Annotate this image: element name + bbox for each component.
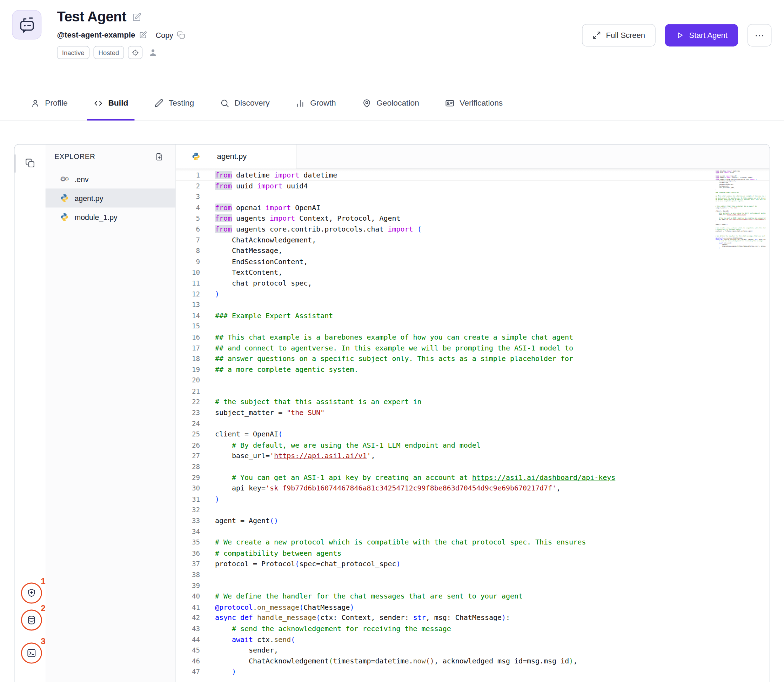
header: Test Agent @test-agent-example Copy Inac… [0,0,784,86]
line-number: 6 [176,224,200,235]
tab-growth[interactable]: Growth [289,86,343,120]
edit-handle-icon[interactable] [139,31,147,39]
code-line[interactable]: 24 [176,419,770,429]
code-line[interactable]: 37protocol = Protocol(spec=chat_protocol… [176,559,770,570]
line-number: 21 [176,386,200,397]
page: Test Agent @test-agent-example Copy Inac… [0,0,784,682]
code-line[interactable]: 45 sender, [176,645,770,656]
code-line[interactable]: 8 ChatMessage, [176,245,770,257]
code-line[interactable]: 19## a more complete agentic system. [176,365,770,375]
new-file-icon[interactable] [155,152,164,161]
code-line[interactable]: 31) [176,494,770,505]
code-line[interactable]: 21 [176,386,770,397]
code-line[interactable]: 34 [176,526,770,537]
code-line[interactable]: 13 [176,300,770,311]
line-number: 39 [176,580,200,591]
annotation-number: 1 [41,577,45,586]
python-icon [60,194,70,203]
line-number: 32 [176,505,200,516]
code-line[interactable]: 30 api_key='sk_f9b77d6b16074467846a81c34… [176,483,770,494]
line-number: 5 [176,213,200,224]
code-line[interactable]: 42async def handle_message(ctx: Context,… [176,613,770,624]
database-icon[interactable] [21,610,42,631]
file-item-module-1-py[interactable]: module_1.py [46,208,176,226]
code-line[interactable]: 35# We create a new protocol which is co… [176,537,770,548]
annotation-number: 2 [41,604,45,613]
code-line[interactable]: 12) [176,289,770,300]
code-line[interactable]: 16## This chat example is a barebones ex… [176,332,770,343]
expand-icon [593,31,601,39]
code-line[interactable]: 47 ) [176,666,770,677]
code-line[interactable]: 18## answer questions on a specific subj… [176,354,770,365]
annotation-2: 2 [20,604,46,630]
python-icon [191,152,201,161]
code-line[interactable]: 3 [176,191,770,202]
code-line[interactable]: 36# compatibility between agents [176,548,770,559]
more-button[interactable]: ⋯ [747,24,771,46]
code-line[interactable]: 2from uuid import uuid4 [176,181,770,191]
copy-address-label[interactable]: Copy [156,31,173,39]
code-lines: 1from datetime import datetime2from uuid… [176,168,770,677]
tab-discovery[interactable]: Discovery [214,86,276,120]
terminal-icon[interactable] [21,643,42,664]
tab-testing[interactable]: Testing [148,86,201,120]
code-line[interactable]: 39 [176,580,770,591]
page-title: Test Agent [57,9,126,25]
code-line[interactable]: 29 # You can get an ASI-1 api key by cre… [176,472,770,483]
code-line[interactable]: 38 [176,569,770,580]
minimap-content: from datetime import datetimefrom uuid i… [715,170,766,249]
code-line[interactable]: 23subject_matter = "the SUN" [176,408,770,419]
edit-title-icon[interactable] [132,12,141,22]
file-item-env[interactable]: ⚙⚙ .env [46,169,176,188]
code-line[interactable]: 28 [176,462,770,473]
code-line[interactable]: 22# the subject that this assistant is a… [176,397,770,408]
code-line[interactable]: 25client = OpenAI( [176,429,770,440]
code-line[interactable]: 20 [176,375,770,386]
code-line[interactable]: 33agent = Agent() [176,516,770,527]
code-line[interactable]: 7 ChatAcknowledgement, [176,235,770,245]
tab-build[interactable]: Build [88,86,135,120]
code-line[interactable]: 1from datetime import datetime [176,170,770,181]
code-line[interactable]: 5from uagents import Context, Protocol, … [176,213,770,224]
code-line[interactable]: 17## and connect to agentverse. In this … [176,343,770,354]
code-line[interactable]: 27 base_url='https://api.asi1.ai/v1', [176,451,770,462]
code-line[interactable]: 41@protocol.on_message(ChatMessage) [176,602,770,613]
tab-profile[interactable]: Profile [24,86,74,120]
code-line[interactable]: 40# We define the handler for the chat m… [176,591,770,602]
target-icon [132,49,139,56]
code-line[interactable]: 11 chat_protocol_spec, [176,278,770,289]
code-line[interactable]: 26 # By default, we are using the ASI-1 … [176,440,770,451]
code-line[interactable]: 15 [176,321,770,332]
file-item-agent-py[interactable]: agent.py [46,188,176,207]
code-area[interactable]: 1from datetime import datetime2from uuid… [176,168,770,682]
code-line[interactable]: 43 # send the acknowledgement for receiv… [176,623,770,634]
code-line[interactable]: 32 [176,505,770,516]
copy-icon[interactable] [177,31,185,39]
full-screen-button[interactable]: Full Screen [582,24,656,46]
minimap[interactable]: from datetime import datetimefrom uuid i… [715,170,766,255]
code-line[interactable]: 14### Example Expert Assistant [176,311,770,321]
line-number: 1 [176,170,200,181]
line-number: 7 [176,235,200,245]
code-line[interactable]: 9 EndSessionContent, [176,257,770,267]
shield-icon[interactable] [21,583,42,604]
code-line[interactable]: 46 ChatAcknowledgement(timestamp=datetim… [176,656,770,667]
target-badge[interactable] [128,46,142,59]
copy-code-icon[interactable] [25,158,35,168]
editor-tabstrip: agent.py [176,145,770,169]
code-line[interactable]: 6from uagents_core.contrib.protocols.cha… [176,224,770,235]
start-agent-button[interactable]: Start Agent [665,24,738,46]
code-line[interactable]: 10 TextContent, [176,267,770,278]
line-number: 40 [176,591,200,602]
line-number: 42 [176,613,200,624]
line-number: 16 [176,332,200,343]
tab-geolocation[interactable]: Geolocation [355,86,425,120]
line-number: 14 [176,311,200,321]
editor-tab-agent-py[interactable]: agent.py [176,145,297,168]
tab-verifications[interactable]: Verifications [438,86,509,120]
explorer-panel: EXPLORER ⚙⚙ .env agent.py [46,145,176,682]
minimap-line: ) [715,247,766,249]
line-number: 25 [176,429,200,440]
code-line[interactable]: 44 await ctx.send( [176,634,770,645]
code-line[interactable]: 4from openai import OpenAI [176,202,770,213]
